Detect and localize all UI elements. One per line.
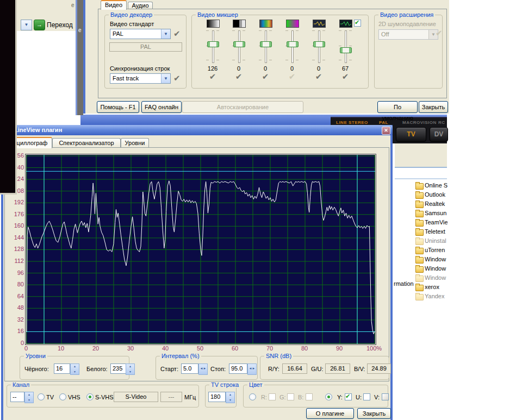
radio-vhs[interactable] <box>59 393 66 400</box>
slider-thumb[interactable] <box>233 41 245 47</box>
white-level-input[interactable]: 235 <box>110 363 127 374</box>
start-input[interactable]: 5.0 <box>181 363 198 374</box>
folder-icon <box>415 211 424 217</box>
b-label: B: <box>298 394 303 400</box>
snr-ry-label: R/Y: <box>268 366 279 372</box>
mixer-enable-checkbox[interactable] <box>354 20 361 27</box>
tab-audio[interactable]: Аудио <box>128 2 153 9</box>
video-input-field: S-Video <box>114 392 158 402</box>
x-axis-tick: 20 <box>85 345 107 352</box>
stop-spinner[interactable]: ◄► <box>247 363 257 375</box>
channel-group: Канал -- ▲▼ TV VHS S-VHS S-Video --- МГц <box>7 385 199 408</box>
slider-thumb[interactable] <box>260 41 272 47</box>
help-button[interactable]: Помощь - F1 <box>97 101 139 113</box>
slider-thumb[interactable] <box>340 47 352 53</box>
x-axis-tick: 10 <box>50 345 72 352</box>
channel-number-spinner[interactable]: ▲▼ <box>24 392 34 403</box>
black-level-input[interactable]: 16 <box>54 363 70 374</box>
tab-spectrum-analyzer[interactable]: Спектроанализатор <box>52 138 121 148</box>
y-axis-tick: 64 <box>10 293 24 299</box>
close-plugin-button[interactable]: Закрыть <box>357 408 391 419</box>
line-sync-combo[interactable]: Fast track ▼ <box>110 73 171 84</box>
white-level-label: Белого: <box>86 366 108 372</box>
snr-ry-value: 16.64 <box>282 363 307 374</box>
chevron-down-icon[interactable]: ▼ <box>161 74 170 83</box>
video-settings-dialog: Видео Аудио Видео декодер Видео стандарт… <box>83 0 449 114</box>
video-standard-label: Видео стандарт <box>110 21 154 27</box>
y-axis-tick: 16 <box>10 328 24 334</box>
mixer-slider[interactable] <box>334 29 356 63</box>
brightness-icon <box>207 20 220 28</box>
white-level-spinner[interactable]: ▲▼ <box>126 363 135 375</box>
apply-check-icon: ✔ <box>436 28 443 38</box>
faq-online-button[interactable]: FAQ онлайн <box>141 101 182 113</box>
black-level-spinner[interactable]: ▲▼ <box>70 363 79 375</box>
close-icon[interactable]: ✕ <box>382 127 390 135</box>
x-axis-tick: 90 <box>328 345 350 352</box>
2d-noise-combo[interactable]: Off ▼ <box>378 29 438 40</box>
video-mixer-group: Видео микшер 126✔0✔0✔0✔0✔67✔ <box>191 15 369 89</box>
folder-icon <box>415 266 424 273</box>
contrast-icon <box>233 20 246 28</box>
video-standard-combo[interactable]: PAL ▼ <box>110 29 171 39</box>
tv-button[interactable]: TV <box>396 127 426 142</box>
r-label: R: <box>261 394 267 400</box>
v-checkbox[interactable] <box>382 393 389 400</box>
radio-yuv[interactable] <box>325 393 332 400</box>
oscilloscope-plot <box>25 154 376 345</box>
x-axis-tick: 50 <box>189 345 211 352</box>
y-axis-tick: 48 <box>10 304 24 311</box>
about-plugin-button[interactable]: О плагине <box>306 408 354 419</box>
stop-input[interactable]: 95.0 <box>229 363 247 374</box>
browser-content-panel <box>17 31 76 122</box>
apply-check-icon: ✔ <box>173 73 181 83</box>
toolbar-dropdown-button[interactable]: ▼ <box>21 20 32 30</box>
channel-number-input[interactable]: -- <box>10 392 24 402</box>
chevron-down-icon[interactable]: ▼ <box>161 29 170 39</box>
mixer-slider-column: 0✔ <box>280 17 304 87</box>
u-checkbox[interactable] <box>363 393 370 400</box>
tab-levels[interactable]: Уровни <box>121 138 149 148</box>
tab-video[interactable]: Видео <box>101 0 127 10</box>
tv-line-spinner[interactable]: ▲▼ <box>226 392 235 403</box>
y-axis-tick: 112 <box>10 258 24 264</box>
start-spinner[interactable]: ◄► <box>198 363 208 375</box>
radio-svhs[interactable] <box>86 393 94 400</box>
g-checkbox <box>287 393 294 400</box>
mixer-slider-column: 0✔ <box>227 17 251 87</box>
folder-label: Window <box>425 274 448 281</box>
levels-group: Уровни Чёрного: 16 ▲▼ Белого: 235 ▲▼ <box>20 356 129 380</box>
mixer-slider[interactable] <box>254 29 276 63</box>
mixer-slider[interactable] <box>308 29 330 63</box>
apply-check-icon: ✔ <box>342 72 349 81</box>
slider-thumb[interactable] <box>207 41 219 47</box>
2d-noise-label: 2D шумоподавление <box>378 21 436 27</box>
group-title: Канал <box>11 381 31 388</box>
slider-thumb[interactable] <box>287 41 299 47</box>
tv-line-input[interactable]: 180 <box>208 392 226 402</box>
mixer-slider[interactable] <box>202 29 223 63</box>
mixer-slider[interactable] <box>281 29 303 63</box>
go-button-label[interactable]: Переход <box>47 21 73 29</box>
radio-rgb[interactable] <box>249 393 256 400</box>
foreground-black-window <box>0 0 17 195</box>
apply-check-icon: ✔ <box>235 72 243 81</box>
dv-button[interactable]: DV <box>430 127 448 142</box>
mixer-slider[interactable] <box>228 29 250 63</box>
y-checkbox[interactable] <box>345 393 352 400</box>
radio-tv[interactable] <box>38 393 45 400</box>
slider-thumb[interactable] <box>313 41 325 47</box>
folder-label: Samsun <box>425 210 448 216</box>
radio-vhs-label: VHS <box>68 394 80 400</box>
folder-icon <box>415 257 424 264</box>
mixer-slider-column: 67✔ <box>333 17 357 87</box>
slider-value: 0 <box>253 65 277 72</box>
group-title: Цвет <box>247 381 264 388</box>
y-axis-tick: 144 <box>10 234 24 241</box>
folder-label: Realtek <box>425 200 448 207</box>
title-bar[interactable]: LineView плагин ✕ <box>1 125 393 135</box>
go-button[interactable]: → <box>34 20 45 30</box>
defaults-button[interactable]: По умолчанию <box>377 101 418 113</box>
v-label: V: <box>374 394 380 400</box>
close-button[interactable]: Закрыть <box>419 101 448 113</box>
